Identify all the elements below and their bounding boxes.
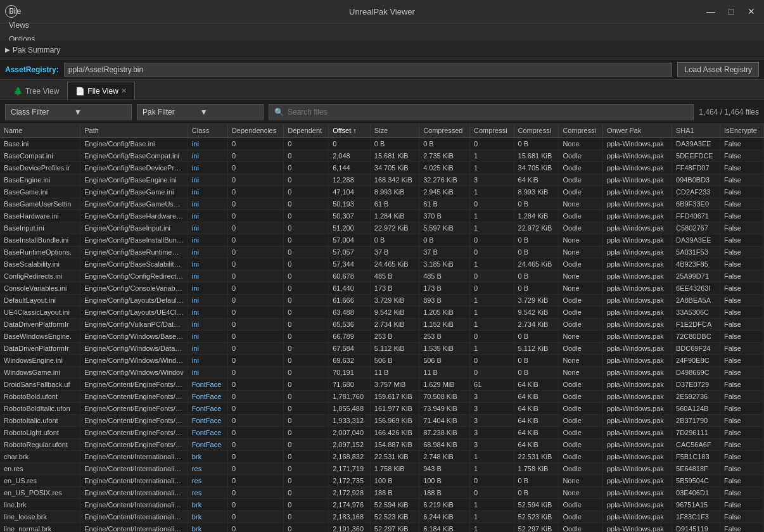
table-row[interactable]: RobotoRegular.ufontEngine/Content/Engine… — [0, 439, 764, 451]
class-filter-dropdown[interactable]: Class Filter ▼ — [5, 104, 132, 120]
col-header-onwerpak[interactable]: Onwer Pak — [602, 124, 672, 137]
cell-compressi2: 0 — [470, 137, 514, 150]
cell-sha1: 96751A15 — [672, 499, 720, 511]
cell-onwerpak: ppla-Windows.pak — [602, 427, 672, 439]
col-header-compressi3[interactable]: Compressi — [514, 124, 559, 137]
col-header-size[interactable]: Size — [370, 124, 419, 137]
minimize-button[interactable]: — — [703, 4, 718, 19]
table-row[interactable]: BaseInstallBundle.iniEngine/Config/BaseI… — [0, 234, 764, 246]
menu-item-file[interactable]: File — [3, 4, 41, 18]
pak-summary-bar: ▶ Pak Summary — [0, 41, 764, 60]
col-header-class[interactable]: Class — [188, 124, 227, 137]
table-row[interactable]: BaseCompat.iniEngine/Config/BaseCompat.i… — [0, 150, 764, 162]
cell-onwerpak: ppla-Windows.pak — [602, 487, 672, 499]
cell-isencrypted: False — [720, 222, 764, 234]
table-row[interactable]: BaseInput.iniEngine/Config/BaseInput.ini… — [0, 222, 764, 234]
table-row[interactable]: BaseGame.iniEngine/Config/BaseGame.iniin… — [0, 186, 764, 198]
pak-summary-button[interactable]: ▶ Pak Summary — [5, 46, 60, 54]
col-header-dependent[interactable]: Dependent — [284, 124, 329, 137]
tab-fileview[interactable]: 📄 File View ✕ — [67, 82, 134, 99]
table-row[interactable]: char.brkEngine/Content/Internationalizat… — [0, 451, 764, 463]
table-row[interactable]: DataDrivenPlatformIrEngine/Config/Window… — [0, 343, 764, 355]
cell-compressi2: 0 — [470, 487, 514, 499]
table-row[interactable]: RobotoBold.ufontEngine/Content/EngineFon… — [0, 391, 764, 403]
close-button[interactable]: ✕ — [744, 4, 759, 19]
table-row[interactable]: line_normal.brkEngine/Content/Internatio… — [0, 523, 764, 533]
cell-compressi4: None — [559, 198, 603, 210]
table-row[interactable]: BaseWindowsEngine.Engine/Config/Windows/… — [0, 331, 764, 343]
search-input[interactable] — [288, 108, 688, 117]
cell-compressed: 2.735 KiB — [419, 150, 470, 162]
table-row[interactable]: DroidSansFallback.ufEngine/Content/Engin… — [0, 379, 764, 391]
tab-treeview[interactable]: 🌲 Tree View — [5, 82, 67, 99]
table-row[interactable]: RobotoItalic.ufontEngine/Content/EngineF… — [0, 415, 764, 427]
cell-size: 11 B — [370, 367, 419, 379]
table-row[interactable]: BaseDeviceProfiles.irEngine/Config/BaseD… — [0, 162, 764, 174]
menu-item-views[interactable]: Views — [3, 18, 41, 32]
cell-dependent: 0 — [284, 523, 329, 533]
cell-onwerpak: ppla-Windows.pak — [602, 282, 672, 294]
cell-onwerpak: ppla-Windows.pak — [602, 343, 672, 355]
table-row[interactable]: BaseEngine.iniEngine/Config/BaseEngine.i… — [0, 174, 764, 186]
cell-isencrypted: False — [720, 439, 764, 451]
table-row[interactable]: UE4ClassicLayout.iniEngine/Config/Layout… — [0, 307, 764, 319]
cell-path: Engine/Content/Internationalizati — [80, 523, 188, 533]
table-row[interactable]: en.resEngine/Content/Internationalizatir… — [0, 463, 764, 475]
col-header-compressi4[interactable]: Compressi — [559, 124, 603, 137]
pak-filter-dropdown[interactable]: Pak Filter ▼ — [137, 104, 264, 120]
cell-dependencies: 0 — [227, 331, 283, 343]
cell-dependent: 0 — [284, 487, 329, 499]
table-row[interactable]: en_US_POSIX.resEngine/Content/Internatio… — [0, 487, 764, 499]
cell-offset: 57,004 — [329, 234, 371, 246]
cell-dependencies: 0 — [227, 198, 283, 210]
col-header-name[interactable]: Name — [0, 124, 80, 137]
cell-name: en_US_POSIX.res — [0, 487, 80, 499]
cell-compressi2: 1 — [470, 210, 514, 222]
col-header-compressed[interactable]: Compressed — [419, 124, 470, 137]
fileview-close-button[interactable]: ✕ — [121, 87, 127, 95]
cell-path: Engine/Config/Base.ini — [80, 137, 188, 150]
cell-compressed: 3.185 KiB — [419, 258, 470, 270]
cell-sha1: 560A124B — [672, 403, 720, 415]
cell-compressi2: 61 — [470, 379, 514, 391]
col-header-dependencies[interactable]: Dependencies — [227, 124, 283, 137]
table-row[interactable]: en_US.resEngine/Content/Internationaliza… — [0, 475, 764, 487]
table-row[interactable]: WindowsGame.iniEngine/Config/Windows/Win… — [0, 367, 764, 379]
maximize-button[interactable]: □ — [723, 4, 739, 19]
col-header-isencrypted[interactable]: IsEncrypte — [720, 124, 764, 137]
table-row[interactable]: ConsoleVariables.iniEngine/Config/Consol… — [0, 282, 764, 294]
col-header-offset[interactable]: Offset ↑ — [329, 124, 371, 137]
cell-compressi4: None — [559, 234, 603, 246]
table-row[interactable]: Base.iniEngine/Config/Base.iniini0000 B0… — [0, 137, 764, 150]
cell-isencrypted: False — [720, 234, 764, 246]
cell-sha1: DA39A3EE — [672, 234, 720, 246]
cell-class: ini — [188, 234, 227, 246]
table-row[interactable]: RobotoBoldItalic.ufonEngine/Content/Engi… — [0, 403, 764, 415]
asset-registry-path-input[interactable] — [64, 63, 673, 77]
cell-onwerpak: ppla-Windows.pak — [602, 162, 672, 174]
table-row[interactable]: ConfigRedirects.iniEngine/Config/ConfigR… — [0, 270, 764, 282]
table-row[interactable]: RobotoLight.ufontEngine/Content/EngineFo… — [0, 427, 764, 439]
table-row[interactable]: BaseGameUserSettinEngine/Config/BaseGame… — [0, 198, 764, 210]
cell-offset: 2,007,040 — [329, 427, 371, 439]
table-container[interactable]: NamePathClassDependenciesDependentOffset… — [0, 124, 764, 532]
table-row[interactable]: WindowsEngine.iniEngine/Config/Windows/W… — [0, 355, 764, 367]
table-row[interactable]: DataDrivenPlatformIrEngine/Config/Vulkan… — [0, 319, 764, 331]
cell-compressi4: Oodle — [559, 403, 603, 415]
load-asset-registry-button[interactable]: Load Asset Registry — [677, 62, 759, 77]
col-header-path[interactable]: Path — [80, 124, 188, 137]
table-row[interactable]: line_loose.brkEngine/Content/Internation… — [0, 511, 764, 523]
col-header-compressi2[interactable]: Compressi — [470, 124, 514, 137]
cell-compressi4: None — [559, 487, 603, 499]
cell-compressi2: 1 — [470, 463, 514, 475]
table-row[interactable]: DefaultLayout.iniEngine/Config/Layouts/D… — [0, 294, 764, 307]
table-row[interactable]: line.brkEngine/Content/Internationalizat… — [0, 499, 764, 511]
table-row[interactable]: BaseHardware.iniEngine/Config/BaseHardwa… — [0, 210, 764, 222]
col-header-sha1[interactable]: SHA1 — [672, 124, 720, 137]
cell-name: WindowsGame.ini — [0, 367, 80, 379]
cell-sha1: 6B9F33E0 — [672, 198, 720, 210]
cell-dependencies: 0 — [227, 186, 283, 198]
table-row[interactable]: BaseScalability.iniEngine/Config/BaseSca… — [0, 258, 764, 270]
table-row[interactable]: BaseRuntimeOptions.Engine/Config/BaseRun… — [0, 246, 764, 258]
cell-onwerpak: ppla-Windows.pak — [602, 294, 672, 307]
